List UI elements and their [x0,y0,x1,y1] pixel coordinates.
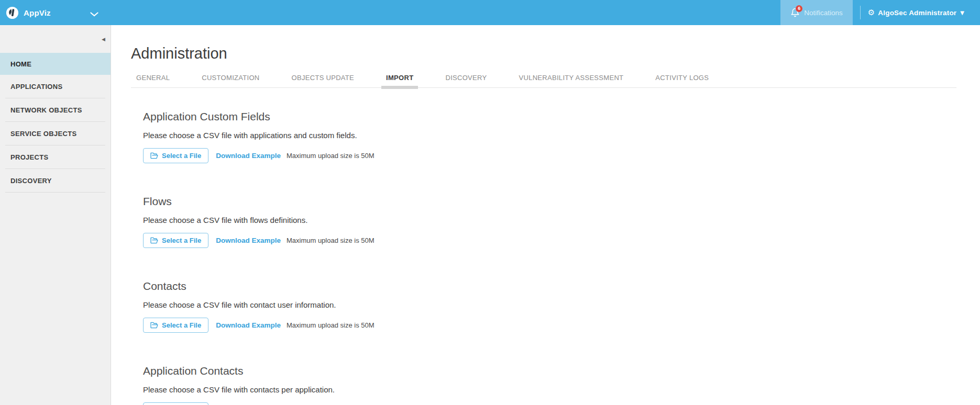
select-file-button[interactable]: Select a File [143,148,208,163]
upload-row: Select a File Download Example Maximum u… [143,233,956,248]
section-heading: Flows [143,195,956,208]
section-heading: Application Contacts [143,365,956,377]
upload-row: Select a File Download Example Maximum u… [143,318,956,333]
gear-icon: ⚙ [868,9,875,17]
section-contacts: Contacts Please choose a CSV file with c… [143,280,956,333]
sidebar-item-applications[interactable]: APPLICATIONS [0,75,111,98]
sidebar-item-projects[interactable]: PROJECTS [0,145,111,169]
header-divider [860,6,861,19]
sidebar-item-discovery[interactable]: DISCOVERY [0,169,111,193]
tab-discovery[interactable]: DISCOVERY [445,74,487,87]
brand-area[interactable]: AppViz [0,6,89,19]
top-bar: AppViz 6 Notifications ⚙ AlgoSec Adminis… [0,0,980,25]
section-heading: Application Custom Fields [143,110,956,123]
appviz-logo-icon [6,6,19,19]
page-title: Administration [131,45,956,62]
select-file-button[interactable]: Select a File [143,318,208,333]
folder-open-icon [150,322,158,329]
user-name: AlgoSec Administrator [878,9,956,17]
notifications-badge: 6 [796,5,802,12]
download-example-link[interactable]: Download Example [216,237,281,244]
select-file-button[interactable]: Select a File [143,233,208,248]
tab-objects-update[interactable]: OBJECTS UPDATE [292,74,355,87]
folder-open-icon [150,152,158,159]
select-file-label: Select a File [162,321,201,329]
section-heading: Contacts [143,280,956,292]
max-upload-note: Maximum upload size is 50M [287,321,375,329]
import-sections: Application Custom Fields Please choose … [131,110,956,405]
notifications-button[interactable]: 6 Notifications [780,0,853,25]
section-description: Please choose a CSV file with contacts p… [143,385,956,394]
notifications-label: Notifications [804,9,843,17]
main-content: Administration GENERAL CUSTOMIZATION OBJ… [112,25,980,405]
sidebar-item-network-objects[interactable]: NETWORK OBJECTS [0,98,111,122]
sidebar-item-label: HOME [10,60,31,68]
download-example-link[interactable]: Download Example [216,152,281,160]
collapse-sidebar-icon[interactable]: ◀ [102,37,105,42]
sidebar-item-service-objects[interactable]: SERVICE OBJECTS [0,122,111,145]
section-description: Please choose a CSV file with applicatio… [143,131,956,140]
sidebar-item-label: PROJECTS [10,153,48,161]
section-application-contacts: Application Contacts Please choose a CSV… [143,365,956,405]
sidebar-item-label: SERVICE OBJECTS [10,130,76,138]
select-file-label: Select a File [162,152,201,160]
tab-activity-logs[interactable]: ACTIVITY LOGS [655,74,709,87]
download-example-link[interactable]: Download Example [216,321,281,329]
select-file-label: Select a File [162,237,201,244]
tab-import[interactable]: IMPORT [386,74,413,87]
tab-vulnerability-assessment[interactable]: VULNERABILITY ASSESSMENT [519,74,623,87]
section-description: Please choose a CSV file with flows defi… [143,216,956,224]
sidebar-item-label: APPLICATIONS [10,83,62,91]
caret-down-icon: ▼ [960,10,964,16]
upload-row: Select a File Download Example Maximum u… [143,148,956,163]
section-flows: Flows Please choose a CSV file with flow… [143,195,956,248]
select-file-button[interactable]: Select a File [143,402,208,405]
folder-open-icon [150,237,158,244]
section-application-custom-fields: Application Custom Fields Please choose … [143,110,956,163]
user-menu-button[interactable]: ⚙ AlgoSec Administrator ▼ [868,9,980,17]
tab-general[interactable]: GENERAL [136,74,170,87]
chevron-down-icon[interactable] [90,9,98,19]
sidebar-item-label: NETWORK OBJECTS [10,106,82,114]
brand-title: AppViz [24,8,51,17]
max-upload-note: Maximum upload size is 50M [287,152,375,160]
sidebar-collapse-row: ◀ [0,25,111,53]
admin-tabs: GENERAL CUSTOMIZATION OBJECTS UPDATE IMP… [131,74,956,88]
max-upload-note: Maximum upload size is 50M [287,237,375,244]
sidebar-item-label: DISCOVERY [10,177,52,185]
sidebar: ◀ HOME APPLICATIONS NETWORK OBJECTS SERV… [0,25,111,405]
section-description: Please choose a CSV file with contact us… [143,300,956,309]
tab-customization[interactable]: CUSTOMIZATION [202,74,259,87]
upload-row: Select a File Download Example Maximum u… [143,402,956,405]
bell-icon: 6 [790,8,800,17]
sidebar-item-home[interactable]: HOME [0,53,111,75]
